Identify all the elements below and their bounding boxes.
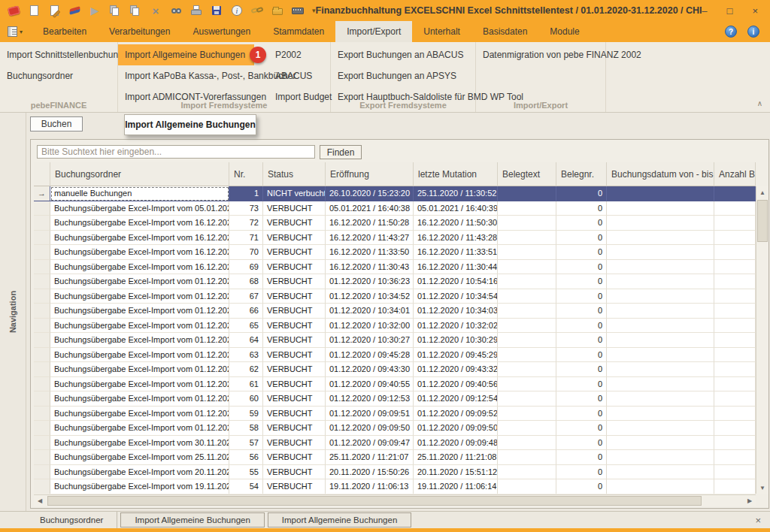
horizontal-scroll-thumb[interactable] [47, 496, 702, 506]
menu-auswertungen[interactable]: Auswertungen [181, 21, 262, 42]
ribbon-item-p2002[interactable]: P2002 [268, 44, 338, 65]
header-letzte-mutation[interactable]: letzte Mutation [414, 162, 498, 186]
cell-buchungsordner: Buchungsübergabe Excel-Import vom 05.01.… [50, 201, 229, 216]
cell-status: VERBUCHT [263, 407, 326, 422]
ribbon-item-buchungsordner[interactable]: Buchungsordner [0, 65, 117, 86]
tab-import-allgemeine-buchungen-2[interactable]: Import Allgemeine Buchungen [268, 512, 411, 527]
menu-stammdaten[interactable]: Stammdaten [262, 21, 335, 42]
header-eroeffnung[interactable]: Eröffnung [326, 162, 414, 186]
scroll-left-icon[interactable]: ◀ [34, 495, 46, 506]
menu-bearbeiten[interactable]: Bearbeiten [32, 21, 98, 42]
print-icon[interactable] [190, 5, 202, 17]
table-row[interactable]: Buchungsübergabe Excel-Import vom 01.12.… [34, 319, 756, 334]
table-row[interactable]: Buchungsübergabe Excel-Import vom 01.12.… [34, 421, 756, 436]
finden-button[interactable]: Finden [320, 145, 362, 159]
header-nr[interactable]: Nr. [229, 162, 263, 186]
row-selector-cell [34, 407, 50, 422]
table-row[interactable]: Buchungsübergabe Excel-Import vom 05.01.… [34, 201, 756, 216]
ribbon-item-import-schnittstellenbuchungen[interactable]: Import Schnittstellenbuchungen [0, 44, 117, 65]
table-row[interactable]: Buchungsübergabe Excel-Import vom 01.12.… [34, 304, 756, 319]
help-icon[interactable]: ? [725, 26, 737, 38]
edit-document-icon[interactable] [48, 5, 60, 17]
cell-eroeffnung: 16.12.2020 / 11:50:28 [326, 216, 414, 231]
header-anzahl-buchungen[interactable]: Anzahl Buchungen [714, 162, 756, 186]
table-row[interactable]: Buchungsübergabe Excel-Import vom 20.11.… [34, 465, 756, 480]
new-document-icon[interactable] [28, 5, 40, 17]
close-button[interactable]: × [752, 5, 758, 17]
table-row[interactable]: Buchungsübergabe Excel-Import vom 01.12.… [34, 407, 756, 422]
keyboard-icon[interactable] [292, 5, 304, 17]
menu-verarbeitungen[interactable]: Verarbeitungen [98, 21, 181, 42]
delete-icon[interactable]: × [150, 5, 162, 17]
scroll-up-icon[interactable]: ▲ [756, 186, 768, 198]
vertical-scroll-thumb[interactable] [757, 200, 768, 242]
open-folder-icon[interactable] [271, 5, 283, 17]
table-row[interactable]: → manuelle Buchungen 1 NICHT verbucht 26… [34, 186, 756, 201]
maximize-button[interactable]: □ [727, 5, 733, 17]
tab-buchungsordner[interactable]: Buchungsordner [26, 512, 117, 528]
table-row[interactable]: Buchungsübergabe Excel-Import vom 01.12.… [34, 274, 756, 289]
menu-basisdaten[interactable]: Basisdaten [471, 21, 538, 42]
row-selector-cell [34, 231, 50, 246]
table-row[interactable]: Buchungsübergabe Excel-Import vom 01.12.… [34, 289, 756, 304]
scroll-right-icon[interactable]: ▶ [744, 495, 756, 506]
ribbon-item-abacus[interactable]: ABACUS [268, 65, 338, 86]
cell-nr: 62 [229, 362, 263, 377]
info-icon[interactable]: i [747, 26, 759, 38]
search-input[interactable] [37, 145, 315, 159]
run-icon[interactable]: ▶ [89, 5, 101, 17]
info-circle-icon[interactable]: i [231, 5, 243, 17]
cell-buchungsdatum [607, 436, 714, 451]
ribbon-item-datenmigration[interactable]: Datenmigration von pebe FINANZ 2002 [476, 44, 605, 65]
menu-import-export[interactable]: Import/Export [335, 21, 412, 42]
ribbon-collapse-icon[interactable]: ∧ [757, 99, 762, 107]
step-badge: 1 [250, 47, 266, 63]
header-buchungsdatum[interactable]: Buchungsdatum von - bis [607, 162, 714, 186]
table-row[interactable]: Buchungsübergabe Excel-Import vom 16.12.… [34, 216, 756, 231]
cell-belegnr: 0 [556, 377, 607, 392]
buchen-button[interactable]: Buchen [30, 116, 83, 131]
save-icon[interactable] [211, 5, 223, 17]
menu-module[interactable]: Module [538, 21, 590, 42]
copy-icon[interactable] [129, 5, 141, 17]
table-row[interactable]: Buchungsübergabe Excel-Import vom 16.12.… [34, 231, 756, 246]
cell-nr: 63 [229, 348, 263, 363]
horizontal-scrollbar[interactable]: ◀ ▶ [34, 494, 756, 506]
table-row[interactable]: Buchungsübergabe Excel-Import vom 19.11.… [34, 479, 756, 494]
tab-import-allgemeine-buchungen-1[interactable]: Import Allgemeine Buchungen [120, 512, 264, 527]
menu-unterhalt[interactable]: Unterhalt [412, 21, 471, 42]
ribbon-item-import-kapoba[interactable]: Import KaPoBa Kassa-, Post-, Bankbücher [118, 65, 268, 86]
ribbon-item-import-allgemeine-buchungen[interactable]: Import Allgemeine Buchungen 1 [118, 44, 254, 65]
header-buchungsordner[interactable]: Buchungsordner [50, 162, 229, 186]
table-row[interactable]: Buchungsübergabe Excel-Import vom 01.12.… [34, 377, 756, 392]
ribbon-item-export-abacus[interactable]: Export Buchungen an ABACUS [331, 44, 475, 65]
header-status[interactable]: Status [263, 162, 326, 186]
header-belegnr[interactable]: Belegnr. [556, 162, 607, 186]
eraser-icon[interactable] [68, 5, 80, 17]
cell-belegnr: 0 [556, 333, 607, 348]
paste-icon[interactable] [109, 5, 121, 17]
navigation-strip[interactable]: Navigation [0, 113, 26, 511]
table-row[interactable]: Buchungsübergabe Excel-Import vom 01.12.… [34, 333, 756, 348]
table-row[interactable]: Buchungsübergabe Excel-Import vom 01.12.… [34, 391, 756, 407]
table-row[interactable]: Buchungsübergabe Excel-Import vom 16.12.… [34, 245, 756, 260]
row-selector-cell [34, 319, 50, 334]
table-row[interactable]: Buchungsübergabe Excel-Import vom 01.12.… [34, 348, 756, 363]
cell-anzahl-buchungen [714, 216, 756, 231]
table-row[interactable]: Buchungsübergabe Excel-Import vom 16.12.… [34, 260, 756, 275]
vertical-scrollbar[interactable]: ▲ ▼ [756, 186, 768, 494]
tab-close-icon[interactable]: × [755, 515, 770, 526]
table-row[interactable]: Buchungsübergabe Excel-Import vom 01.12.… [34, 362, 756, 377]
minimize-button[interactable]: – [702, 5, 707, 17]
ribbon-item-export-apsys[interactable]: Export Buchungen an APSYS [331, 65, 475, 86]
cell-eroeffnung: 01.12.2020 / 10:34:01 [326, 304, 414, 319]
search-binoculars-icon[interactable] [170, 5, 182, 17]
application-menu-icon[interactable]: ▾ [0, 21, 32, 42]
cell-nr: 59 [229, 407, 263, 422]
table-row[interactable]: Buchungsübergabe Excel-Import vom 25.11.… [34, 450, 756, 465]
scroll-down-icon[interactable]: ▼ [756, 482, 768, 494]
table-row[interactable]: Buchungsübergabe Excel-Import vom 30.11.… [34, 436, 756, 451]
link-icon[interactable] [251, 5, 263, 17]
header-belegtext[interactable]: Belegtext [498, 162, 556, 186]
cell-eroeffnung: 25.11.2020 / 11:21:07 [326, 450, 414, 465]
